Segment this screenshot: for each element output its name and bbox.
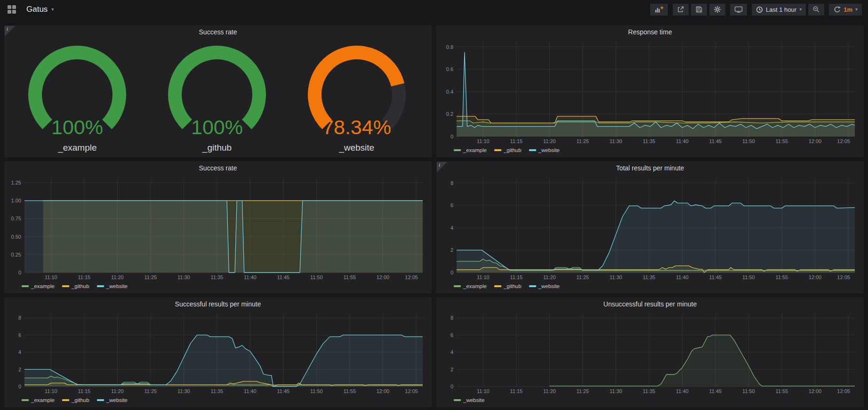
x-axis-tick-label: 11:45 xyxy=(709,138,722,144)
x-axis-tick-label: 11:50 xyxy=(742,274,755,280)
y-axis-tick-label: 0 xyxy=(450,134,453,139)
dashboard-title-button[interactable]: Gatus ▾ xyxy=(24,4,56,15)
chart-legend: _example_github_website xyxy=(8,395,426,405)
save-button[interactable] xyxy=(691,3,707,16)
time-series-chart[interactable]: 11:1011:1511:2011:2511:3011:3511:4011:45… xyxy=(8,174,426,281)
x-axis-tick-label: 12:05 xyxy=(837,138,850,144)
y-axis-tick-label: 6 xyxy=(18,332,21,338)
legend-swatch xyxy=(529,285,536,287)
dashboard-title: Gatus xyxy=(26,5,48,14)
settings-button[interactable] xyxy=(709,3,726,16)
legend-item-_example[interactable]: _example xyxy=(454,283,487,289)
x-axis-tick-label: 11:35 xyxy=(211,274,224,280)
refresh-icon xyxy=(833,6,841,13)
time-series-chart[interactable]: 11:1011:1511:2011:2511:3011:3511:4011:45… xyxy=(440,310,859,395)
add-panel-button[interactable] xyxy=(650,3,668,16)
y-axis-tick-label: 0.25 xyxy=(11,252,21,257)
legend-item-_website[interactable]: _website xyxy=(97,283,128,289)
y-axis-tick-label: 0.2 xyxy=(446,111,453,117)
y-axis-tick-label: 8 xyxy=(450,315,453,321)
legend-item-_example[interactable]: _example xyxy=(454,147,487,153)
legend-item-_website[interactable]: _website xyxy=(454,397,484,403)
gauge-_website: 78.34%_website xyxy=(289,43,425,153)
x-axis-tick-label: 11:40 xyxy=(244,274,257,280)
x-axis-tick-label: 11:15 xyxy=(510,274,523,280)
legend-label: _website xyxy=(106,283,128,289)
panel-title[interactable]: Successful results per minute xyxy=(5,298,431,310)
legend-item-_website[interactable]: _website xyxy=(529,283,560,289)
y-axis-tick-label: 8 xyxy=(450,180,453,186)
legend-item-_website[interactable]: _website xyxy=(97,397,128,403)
legend-item-_github[interactable]: _github xyxy=(62,397,89,403)
chart-canvas: 11:1011:1511:2011:2511:3011:3511:4011:45… xyxy=(8,310,426,395)
legend-label: _github xyxy=(72,397,89,403)
x-axis-tick-label: 11:25 xyxy=(145,388,157,394)
chevron-down-icon: ▾ xyxy=(855,7,858,12)
gauge-arc: 100% xyxy=(9,43,145,142)
panel-title[interactable]: Total results per minute xyxy=(437,162,863,174)
panel-title[interactable]: Unsuccessful results per minute xyxy=(437,298,863,310)
chart-canvas: 11:1011:1511:2011:2511:3011:3511:4011:45… xyxy=(440,174,859,281)
x-axis-tick-label: 11:25 xyxy=(577,388,589,394)
x-axis-tick-label: 11:50 xyxy=(310,388,323,394)
x-axis-tick-label: 11:20 xyxy=(543,388,556,394)
time-series-chart[interactable]: 11:1011:1511:2011:2511:3011:3511:4011:45… xyxy=(8,310,426,395)
legend-item-_github[interactable]: _github xyxy=(62,283,89,289)
legend-label: _website xyxy=(538,147,560,153)
x-axis-tick-label: 11:20 xyxy=(543,274,556,280)
grafana-menu-button[interactable] xyxy=(7,3,17,16)
panel-success-rate: Success rate 11:1011:1511:2011:2511:3011… xyxy=(4,161,432,293)
x-axis-tick-label: 12:00 xyxy=(809,138,822,144)
x-axis-tick-label: 11:50 xyxy=(742,388,755,394)
gauge-_github: 100%_github xyxy=(149,43,285,153)
chart-canvas: 11:1011:1511:2011:2511:3011:3511:4011:45… xyxy=(8,174,426,281)
panel-title[interactable]: Response time xyxy=(437,26,863,38)
x-axis-tick-label: 12:00 xyxy=(809,274,822,280)
x-axis-tick-label: 11:10 xyxy=(45,388,57,394)
legend-swatch xyxy=(62,285,69,287)
panel-info-icon[interactable]: i xyxy=(437,162,447,172)
legend-item-_example[interactable]: _example xyxy=(22,283,55,289)
refresh-button[interactable]: 1m ▾ xyxy=(828,3,862,16)
legend-item-_github[interactable]: _github xyxy=(494,147,522,153)
time-range-label: Last 1 hour xyxy=(766,6,796,13)
kiosk-mode-button[interactable] xyxy=(730,3,747,16)
x-axis-tick-label: 11:20 xyxy=(111,388,124,394)
y-axis-tick-label: 4 xyxy=(450,225,453,231)
gauge-value: 100% xyxy=(191,116,243,138)
chart-canvas: 11:1011:1511:2011:2511:3011:3511:4011:45… xyxy=(440,38,859,145)
zoom-out-button[interactable] xyxy=(808,3,825,16)
panel-title[interactable]: Success rate xyxy=(5,26,431,38)
gauge-arc: 100% xyxy=(149,43,285,142)
y-axis-tick-label: 0.8 xyxy=(446,44,453,50)
navbar: Gatus ▾ xyxy=(0,0,868,19)
x-axis-tick-label: 11:25 xyxy=(577,138,589,144)
time-series-chart[interactable]: 11:1011:1511:2011:2511:3011:3511:4011:45… xyxy=(440,38,859,145)
chart-legend: _example_github_website xyxy=(440,145,859,155)
x-axis-tick-label: 11:20 xyxy=(111,274,124,280)
panel-title[interactable]: Success rate xyxy=(5,162,431,174)
legend-swatch xyxy=(494,285,501,287)
panel-success-rate-gauges: i Success rate 100%_example100%_github78… xyxy=(4,25,432,157)
chevron-down-icon: ▾ xyxy=(51,7,54,12)
panel-response-time: Response time 11:1011:1511:2011:2511:301… xyxy=(436,25,864,157)
gauge-row: 100%_example100%_github78.34%_website xyxy=(8,38,426,155)
legend-item-_website[interactable]: _website xyxy=(529,147,560,153)
time-range-picker[interactable]: Last 1 hour ▾ xyxy=(751,3,806,16)
gauge-arc: 78.34% xyxy=(289,43,425,142)
panel-info-icon[interactable]: i xyxy=(5,26,15,36)
chevron-down-icon: ▾ xyxy=(799,7,802,12)
x-axis-tick-label: 11:45 xyxy=(277,388,290,394)
share-button[interactable] xyxy=(672,3,689,16)
x-axis-tick-label: 11:25 xyxy=(145,274,157,280)
panel-unsuccessful-results: Unsuccessful results per minute 11:1011:… xyxy=(436,297,864,407)
legend-item-_example[interactable]: _example xyxy=(22,397,55,403)
time-series-chart[interactable]: 11:1011:1511:2011:2511:3011:3511:4011:45… xyxy=(440,174,859,281)
x-axis-tick-label: 11:15 xyxy=(78,274,91,280)
legend-swatch xyxy=(22,399,29,401)
x-axis-tick-label: 11:45 xyxy=(709,274,722,280)
x-axis-tick-label: 11:35 xyxy=(643,138,656,144)
legend-label: _example xyxy=(31,283,55,289)
legend-item-_github[interactable]: _github xyxy=(494,283,522,289)
x-axis-tick-label: 11:50 xyxy=(742,138,755,144)
